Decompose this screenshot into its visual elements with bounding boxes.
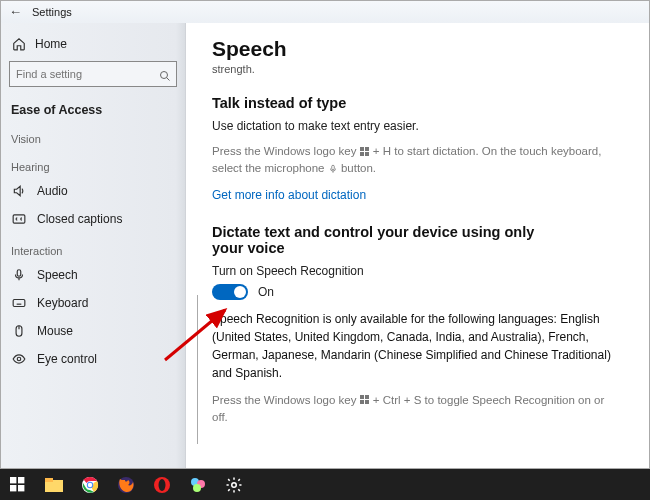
section-heading-dictate: Dictate text and control your device usi…	[212, 224, 552, 256]
settings-window: ← Settings Home Ease of Access Vision He…	[0, 0, 650, 469]
sidebar-item-mouse[interactable]: Mouse	[1, 317, 185, 345]
taskbar-start[interactable]	[0, 469, 36, 500]
sidebar-item-label: Mouse	[37, 324, 73, 338]
section-heading-talk: Talk instead of type	[212, 95, 623, 111]
sidebar-section-title: Ease of Access	[1, 95, 185, 121]
dictation-desc: Use dictation to make text entry easier.	[212, 119, 623, 133]
audio-icon	[11, 184, 27, 198]
svg-rect-13	[360, 400, 364, 404]
mouse-icon	[11, 324, 27, 338]
search-icon	[159, 70, 171, 82]
sidebar-group-vision: Vision	[1, 121, 185, 149]
sidebar-group-hearing: Hearing	[1, 149, 185, 177]
svg-rect-10	[331, 165, 334, 170]
taskbar-chrome[interactable]	[72, 469, 108, 500]
sidebar-item-audio[interactable]: Audio	[1, 177, 185, 205]
eye-icon	[11, 352, 27, 366]
taskbar-firefox[interactable]	[108, 469, 144, 500]
svg-rect-15	[10, 477, 16, 483]
svg-point-30	[232, 482, 237, 487]
closed-captions-icon	[11, 212, 27, 226]
sidebar-item-speech[interactable]: Speech	[1, 261, 185, 289]
sidebar-item-eye-control[interactable]: Eye control	[1, 345, 185, 373]
sidebar-group-interaction: Interaction	[1, 233, 185, 261]
svg-rect-11	[360, 395, 364, 399]
microphone-icon	[328, 163, 338, 175]
sidebar-home-label: Home	[35, 37, 67, 51]
svg-point-29	[193, 484, 201, 492]
windows-logo-icon	[360, 395, 370, 405]
sidebar-item-label: Eye control	[37, 352, 97, 366]
languages-note: Speech Recognition is only available for…	[212, 310, 612, 382]
svg-rect-7	[365, 147, 369, 151]
sidebar-item-closed-captions[interactable]: Closed captions	[1, 205, 185, 233]
svg-rect-9	[365, 152, 369, 156]
search-input[interactable]	[9, 61, 177, 87]
svg-rect-12	[365, 395, 369, 399]
sidebar-item-label: Keyboard	[37, 296, 88, 310]
svg-point-26	[159, 479, 166, 491]
sidebar: Home Ease of Access Vision Hearing Audio	[1, 23, 186, 468]
keyboard-icon	[11, 296, 27, 310]
svg-rect-1	[13, 215, 25, 223]
svg-rect-20	[45, 478, 53, 482]
toggle-label: Turn on Speech Recognition	[212, 264, 623, 278]
svg-point-5	[17, 357, 21, 361]
main-content: Speech strength. Talk instead of type Us…	[186, 23, 649, 468]
taskbar-settings[interactable]	[216, 469, 252, 500]
window-title: Settings	[32, 6, 72, 18]
sidebar-item-label: Speech	[37, 268, 78, 282]
svg-rect-8	[360, 152, 364, 156]
svg-rect-14	[365, 400, 369, 404]
svg-rect-18	[18, 485, 24, 491]
speech-recognition-toggle[interactable]	[212, 284, 248, 300]
svg-rect-2	[17, 270, 21, 276]
toggle-state: On	[258, 285, 274, 299]
svg-rect-17	[10, 485, 16, 491]
sidebar-item-label: Audio	[37, 184, 68, 198]
taskbar	[0, 469, 650, 500]
sidebar-item-keyboard[interactable]: Keyboard	[1, 289, 185, 317]
svg-rect-3	[13, 300, 25, 307]
taskbar-explorer[interactable]	[36, 469, 72, 500]
taskbar-app[interactable]	[180, 469, 216, 500]
svg-rect-16	[18, 477, 24, 483]
page-subtitle: strength.	[212, 63, 623, 75]
svg-rect-6	[360, 147, 364, 151]
svg-point-23	[88, 482, 92, 486]
dictation-hint: Press the Windows logo key + H to start …	[212, 143, 623, 178]
search-wrap	[1, 57, 185, 95]
home-icon	[11, 37, 27, 51]
sidebar-item-label: Closed captions	[37, 212, 122, 226]
windows-logo-icon	[360, 147, 370, 157]
page-title: Speech	[212, 37, 623, 61]
toggle-hint: Press the Windows logo key + Ctrl + S to…	[212, 392, 623, 427]
speech-icon	[11, 268, 27, 282]
separator-line	[197, 295, 198, 444]
svg-point-0	[161, 72, 168, 79]
taskbar-opera[interactable]	[144, 469, 180, 500]
back-icon[interactable]: ←	[9, 4, 22, 19]
titlebar: ← Settings	[1, 1, 649, 23]
sidebar-home[interactable]: Home	[1, 31, 185, 57]
dictation-info-link[interactable]: Get more info about dictation	[212, 188, 623, 202]
